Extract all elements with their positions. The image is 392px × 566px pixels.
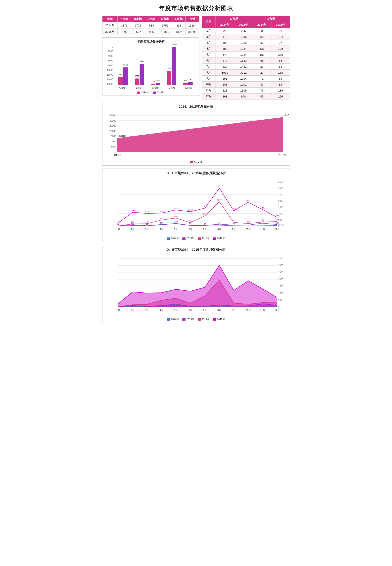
summary-cell: 3371	[117, 22, 131, 29]
legend-2014: 2014年	[137, 91, 149, 94]
area-legend-item: Series1	[190, 161, 202, 164]
monthly-cell: 87	[253, 82, 271, 88]
bar-chart-body: 33717095270585975349365756153658181302 A…	[114, 45, 197, 89]
bar-x-label: D市场	[164, 86, 180, 89]
svg-text:5月: 5月	[174, 309, 178, 312]
svg-text:1月: 1月	[116, 309, 120, 312]
monthly-cell: 37	[271, 40, 290, 46]
svg-text:2014年: 2014年	[278, 224, 285, 226]
svg-text:0: 0	[115, 150, 116, 153]
monthly-cell: 694	[234, 93, 253, 100]
svg-text:208: 208	[246, 221, 250, 223]
summary-cell: 2014年	[102, 22, 117, 29]
svg-text:173: 173	[131, 221, 134, 223]
summary-cell: 2705	[131, 22, 145, 29]
monthly-row: 7月81714312756	[202, 64, 290, 70]
monthly-row: 6月27811436556	[202, 58, 290, 64]
svg-text:2000: 2000	[278, 200, 283, 202]
legend-2015: 2015年	[153, 91, 164, 94]
bar-x-labels: A市场B市场C市场D市场E市场	[114, 86, 197, 89]
monthly-cell: 1096	[234, 34, 253, 40]
monthly-cell: 0	[253, 28, 271, 34]
bar-2015-C市场: 936	[156, 83, 160, 85]
monthly-cell: 189	[253, 52, 271, 58]
monthly-table: 月份D市场E市场 2014年2015年2014年2015年 1月23245010…	[202, 16, 290, 100]
summary-header-cell: E市场	[172, 16, 185, 22]
svg-text:2014年: 2014年	[113, 153, 121, 157]
lc2-box-e2015	[213, 318, 216, 321]
lc2-label-e2015: 2015年	[217, 318, 225, 321]
bar-label-2014: 2705	[135, 75, 139, 77]
monthly-cell: 245	[234, 28, 253, 34]
lc2-box-e2014	[198, 318, 201, 321]
svg-text:25000: 25000	[109, 124, 116, 127]
bar-2014-E市场: 818	[183, 83, 188, 85]
svg-text:9月: 9月	[232, 309, 236, 312]
lc2-label-e2014: 2014年	[202, 318, 210, 321]
bar-label-2015: 936	[156, 79, 160, 81]
monthly-cell: 3012	[234, 70, 253, 76]
monthly-cell: 368	[216, 93, 234, 100]
bar-group: 575615365	[164, 47, 180, 85]
monthly-cell: 328	[216, 88, 234, 93]
bar-2015-E市场: 1302	[188, 82, 193, 85]
monthly-cell: 65	[253, 58, 271, 64]
svg-text:1284: 1284	[174, 207, 178, 209]
monthly-cell: 1431	[234, 64, 253, 70]
monthly-cell: 1284	[234, 52, 253, 58]
monthly-col-month: 月份	[202, 16, 216, 28]
monthly-cell: 85	[271, 76, 290, 82]
monthly-col-d: D市场	[216, 16, 253, 22]
monthly-cell: 291	[216, 76, 234, 82]
monthly-cell: 33	[253, 40, 271, 46]
lc1-label-d2014: 2014年	[171, 237, 179, 240]
bar-legend: 2014年 2015年	[105, 91, 197, 94]
monthly-cell: 50	[253, 93, 271, 100]
svg-text:12月: 12月	[275, 309, 280, 312]
monthly-cell: 1309	[234, 88, 253, 93]
line-chart-2-title: D、E市场2014、2015年度各月数据分析	[106, 248, 286, 252]
bar-label-2014: 534	[152, 80, 155, 82]
monthly-cell: 124	[271, 34, 290, 40]
summary-cell: 2015年	[102, 29, 117, 35]
monthly-row: 8月1939301227158	[202, 70, 290, 76]
monthly-cell: 199	[216, 40, 234, 46]
left-panel: 年份A市场B市场C市场D市场E市场合计 2014年337127055345756…	[102, 16, 199, 100]
monthly-cell: 1月	[202, 28, 216, 34]
monthly-cell: 644	[216, 52, 234, 58]
bar-group: 27058597	[131, 64, 147, 85]
summary-cell: 33295	[185, 29, 199, 35]
svg-text:500: 500	[278, 299, 282, 302]
summary-header-cell: 年份	[102, 16, 117, 22]
summary-cell: 15365	[158, 29, 172, 35]
svg-text:11月: 11月	[260, 228, 265, 231]
monthly-cell: 158	[271, 70, 290, 76]
monthly-cell: 56	[271, 64, 290, 70]
monthly-cell: 126	[271, 93, 290, 100]
monthly-row: 4月4881037137108	[202, 46, 290, 52]
legend-label-2014: 2014年	[141, 91, 149, 94]
summary-header-cell: D市场	[158, 16, 172, 22]
monthly-col-e: E市场	[253, 16, 290, 22]
monthly-subheader: 2015年	[234, 22, 253, 28]
bar-chart-title: 年度各市场数据分析	[105, 40, 197, 44]
monthly-cell: 10	[271, 28, 290, 34]
summary-header-cell: 合计	[185, 16, 199, 22]
lc1-box-d2015	[182, 238, 185, 240]
summary-table: 年份A市场B市场C市场D市场E市场合计 2014年337127055345756…	[102, 16, 199, 35]
monthly-cell: 108	[271, 46, 290, 52]
monthly-cell: 3月	[202, 40, 216, 46]
svg-text:35000: 35000	[109, 114, 116, 117]
svg-text:1204: 1204	[231, 208, 236, 210]
monthly-cell: 817	[216, 64, 234, 70]
monthly-cell: 23	[216, 28, 234, 34]
svg-text:0: 0	[278, 306, 280, 308]
svg-text:12月: 12月	[275, 228, 280, 231]
monthly-subheader: 2014年	[216, 22, 234, 28]
svg-text:368: 368	[275, 219, 279, 221]
lc2-legend-d2014: 2014年	[167, 318, 179, 321]
legend-box-2014	[137, 91, 140, 94]
monthly-subheader: 2014年	[253, 22, 271, 28]
svg-text:1143: 1143	[188, 209, 193, 211]
bar-y-tick: 10000	[107, 69, 113, 71]
